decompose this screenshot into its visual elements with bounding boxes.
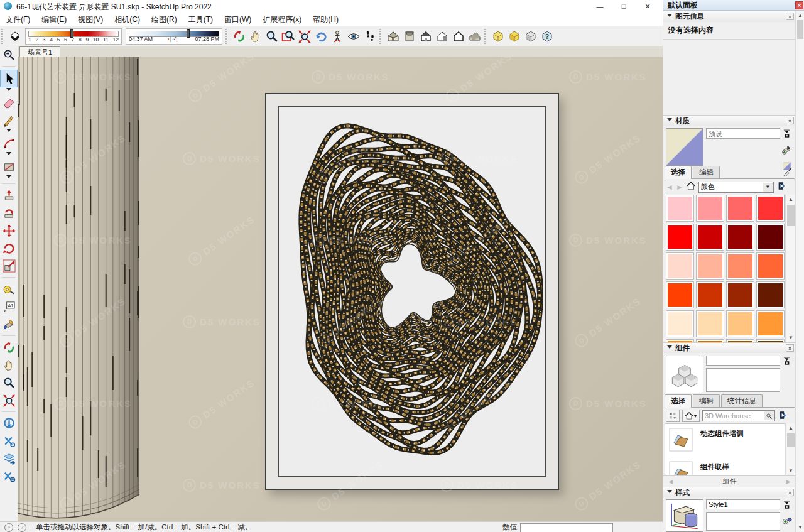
- zoom-extents-tool[interactable]: [1, 392, 17, 408]
- picture-canvas[interactable]: [278, 106, 546, 477]
- prev-page-icon[interactable]: ◄: [667, 477, 675, 486]
- menu-item[interactable]: 文件(F): [0, 13, 36, 26]
- menu-item[interactable]: 编辑(E): [36, 13, 72, 26]
- plugin-cut2-tool[interactable]: [1, 468, 17, 484]
- toolbar-grip[interactable]: [1, 29, 6, 44]
- geolocation-icon[interactable]: ◔: [4, 523, 13, 532]
- component-search-input[interactable]: 3D Warehouse: [702, 410, 775, 421]
- color-swatch[interactable]: [666, 224, 694, 251]
- shadow-toggle-icon[interactable]: [7, 28, 23, 45]
- maximize-button[interactable]: □: [612, 0, 636, 13]
- select-flyout-icon[interactable]: [6, 88, 11, 94]
- in-model-icon[interactable]: ▼: [682, 410, 700, 422]
- eraser-tool[interactable]: [1, 94, 17, 111]
- arc-flyout-icon[interactable]: [6, 152, 11, 158]
- tab-统计信息[interactable]: 统计信息: [721, 394, 763, 407]
- display-pane-icon[interactable]: [781, 499, 792, 512]
- materials-scrollbar[interactable]: ▲ ▼: [785, 195, 796, 342]
- color-swatch[interactable]: [666, 281, 694, 308]
- detail-arrow-icon[interactable]: [778, 410, 788, 422]
- style-description-field[interactable]: [706, 512, 780, 531]
- woven-ring-artwork[interactable]: [279, 107, 545, 476]
- time-slider-handle[interactable]: [187, 29, 190, 38]
- create-material-icon[interactable]: [781, 144, 792, 157]
- forward-arrow-icon[interactable]: ►: [676, 183, 683, 192]
- display-pane-icon[interactable]: [781, 356, 792, 368]
- rotate-tool[interactable]: [1, 240, 17, 256]
- tray-close-icon[interactable]: ✕: [795, 1, 803, 9]
- toolbar-grip[interactable]: [484, 29, 489, 44]
- color-swatch[interactable]: [696, 310, 724, 337]
- plugin-round-tool[interactable]: [1, 415, 17, 432]
- paint-bucket-tool[interactable]: [1, 316, 17, 332]
- home-icon[interactable]: [686, 181, 696, 193]
- shadow-date-slider[interactable]: 123456789101112: [25, 28, 122, 45]
- color-swatch[interactable]: [756, 281, 785, 308]
- scroll-up-icon[interactable]: ▲: [786, 195, 796, 204]
- search-icon[interactable]: [764, 411, 774, 420]
- zoom-plus-tool[interactable]: [1, 46, 17, 63]
- zoom-icon[interactable]: [264, 28, 280, 45]
- collection-dropdown[interactable]: 颜色▼: [698, 182, 774, 193]
- zoom-extents-icon[interactable]: [296, 28, 313, 45]
- zoom-tool[interactable]: [1, 374, 17, 391]
- rectangle-flyout-icon[interactable]: [6, 175, 11, 181]
- measurements-input[interactable]: [520, 523, 613, 532]
- shadow-time-slider[interactable]: 04:37 AM 中午 07:28 PM: [126, 28, 222, 45]
- menu-item[interactable]: 窗口(W): [219, 13, 257, 26]
- move-tool[interactable]: [1, 222, 17, 239]
- tab-选择[interactable]: 选择: [665, 166, 692, 179]
- menu-item[interactable]: 相机(C): [109, 13, 146, 26]
- color-swatch[interactable]: [696, 252, 724, 280]
- material-name-field[interactable]: [706, 128, 780, 139]
- component-description-field[interactable]: [706, 368, 780, 392]
- select-tool[interactable]: [0, 70, 18, 87]
- view-iso-icon[interactable]: [385, 28, 401, 45]
- push-pull-tool[interactable]: [1, 187, 17, 204]
- color-swatch[interactable]: [726, 252, 754, 280]
- text-tool[interactable]: A1: [1, 298, 17, 315]
- follow-me-tool[interactable]: [1, 205, 17, 221]
- plugin-cut1-tool[interactable]: [1, 433, 17, 449]
- scroll-up-icon[interactable]: ▲: [786, 423, 796, 433]
- menu-item[interactable]: 工具(T): [183, 13, 219, 26]
- toolbar-grip[interactable]: [379, 29, 384, 44]
- entity-info-header[interactable]: 图元信息 x: [663, 11, 796, 23]
- component-list-item[interactable]: 组件取样: [665, 457, 785, 475]
- scroll-down-icon[interactable]: ▼: [786, 466, 796, 475]
- plugin-layers-tool[interactable]: [1, 450, 17, 467]
- style-name-field[interactable]: [706, 499, 780, 509]
- xray-mode-icon[interactable]: [490, 28, 506, 45]
- color-swatch[interactable]: [696, 195, 724, 222]
- look-around-icon[interactable]: [345, 28, 362, 45]
- view-left-icon[interactable]: [467, 28, 483, 45]
- fluted-column-model[interactable]: [18, 57, 141, 521]
- position-camera-icon[interactable]: [329, 28, 345, 45]
- tape-measure-tool[interactable]: [1, 281, 17, 297]
- color-swatch[interactable]: [726, 310, 754, 337]
- walk-icon[interactable]: [362, 28, 378, 45]
- scroll-up-icon[interactable]: ▲: [796, 11, 804, 20]
- color-swatch[interactable]: [696, 224, 724, 251]
- minimize-button[interactable]: —: [588, 0, 612, 13]
- close-button[interactable]: ✕: [636, 0, 660, 13]
- components-close-icon[interactable]: x: [786, 344, 794, 352]
- next-page-icon[interactable]: ►: [785, 477, 792, 486]
- view-options-icon[interactable]: [666, 410, 680, 422]
- view-right-icon[interactable]: [434, 28, 450, 45]
- style-help-icon[interactable]: ?: [539, 28, 555, 45]
- color-swatch[interactable]: [726, 281, 754, 308]
- monochrome-mode-icon[interactable]: [523, 28, 539, 45]
- line-flyout-icon[interactable]: [6, 129, 11, 134]
- view-back-icon[interactable]: [450, 28, 467, 45]
- color-swatch[interactable]: [756, 252, 785, 280]
- orbit-icon[interactable]: [231, 28, 247, 45]
- scene-tab[interactable]: 场景号1: [19, 46, 60, 57]
- color-swatch[interactable]: [756, 310, 785, 337]
- date-slider-handle[interactable]: [70, 29, 73, 38]
- arc-tool[interactable]: [1, 135, 17, 151]
- pan-icon[interactable]: [247, 28, 264, 45]
- scroll-thumb[interactable]: [787, 433, 795, 447]
- eyedropper-icon[interactable]: [783, 166, 793, 178]
- view-front-icon[interactable]: [418, 28, 434, 45]
